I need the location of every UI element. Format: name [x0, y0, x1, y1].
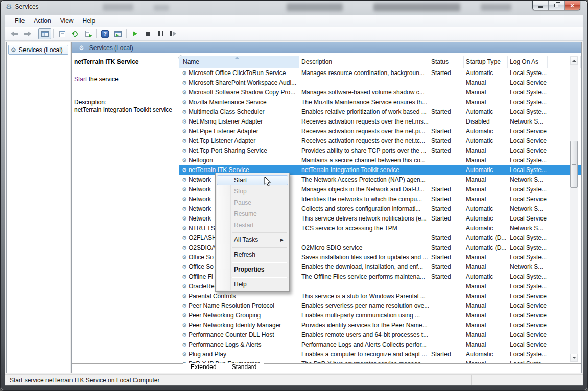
start-service-button[interactable]: [129, 28, 142, 39]
service-log-on-as-cell: Local Syste...: [508, 156, 548, 165]
service-gear-icon: [182, 127, 187, 136]
start-service-link[interactable]: Start: [74, 76, 87, 83]
context-menu-item[interactable]: Refresh: [217, 249, 288, 260]
service-status-cell: Started: [429, 253, 464, 262]
table-row[interactable]: PnP-X IP Bus Enumerator The PnP-X bus en…: [179, 359, 581, 363]
refresh-button[interactable]: [68, 28, 81, 39]
service-description-cell: TCS service for accessing the TPM: [299, 224, 429, 233]
restore-button[interactable]: [549, 1, 565, 10]
help-button[interactable]: [99, 28, 111, 39]
service-gear-icon: [182, 175, 187, 185]
table-row[interactable]: Microsoft Software Shadow Copy Pro... Ma…: [179, 88, 581, 97]
menu-bar-item[interactable]: Action: [29, 16, 55, 26]
menu-bar-item[interactable]: Help: [78, 16, 100, 26]
menu-bar-item[interactable]: View: [56, 16, 78, 26]
context-menu-item: Stop: [217, 186, 288, 197]
console-tree-panel: Services (Local): [6, 42, 70, 373]
table-row[interactable]: Performance Logs & Alerts Performance Lo…: [179, 340, 581, 350]
service-status-cell: Started: [429, 146, 464, 156]
table-row[interactable]: Net.Tcp Listener Adapter Receives activa…: [179, 136, 581, 146]
export-list-icon: [85, 31, 90, 37]
column-header-log-on-as[interactable]: Log On As: [508, 56, 548, 68]
service-gear-icon: [182, 136, 187, 146]
service-gear-icon: [182, 272, 187, 282]
vertical-scrollbar[interactable]: [570, 56, 578, 362]
service-log-on-as-cell: Local Syste...: [508, 243, 548, 253]
scroll-down-button[interactable]: [570, 354, 578, 362]
table-row[interactable]: Parental Controls This service is a stub…: [179, 291, 581, 301]
minimize-button[interactable]: [533, 1, 549, 10]
scroll-up-button[interactable]: [570, 57, 578, 65]
column-header-name[interactable]: Name: [179, 56, 299, 68]
pane-gear-icon: [79, 44, 84, 52]
table-row[interactable]: Microsoft Office ClickToRun Service Mana…: [179, 68, 581, 78]
export-list-button[interactable]: [81, 28, 94, 39]
service-description-cell: Manages software-based volume shadow c..…: [299, 88, 429, 97]
service-log-on-as-cell: Local Service: [508, 127, 548, 136]
table-row[interactable]: Microsoft SharePoint Workspace Audi... M…: [179, 78, 581, 88]
table-row[interactable]: Peer Networking Grouping Enables multi-p…: [179, 311, 581, 321]
service-gear-icon: [182, 224, 187, 233]
service-action: Start the service: [74, 76, 119, 83]
scrollbar-thumb[interactable]: [570, 141, 578, 188]
service-status-cell: Started: [429, 233, 464, 243]
service-log-on-as-cell: Local Syste...: [508, 253, 548, 262]
context-menu-item[interactable]: Help: [217, 279, 288, 290]
sort-ascending-icon: [235, 57, 239, 59]
forward-button[interactable]: [21, 28, 34, 39]
stop-service-icon: [146, 32, 150, 36]
column-header-status[interactable]: Status: [429, 56, 464, 68]
service-startup-type-cell: Manual: [464, 156, 508, 165]
service-description-cell: Manages resource coordination, backgroun…: [299, 68, 429, 78]
service-startup-type-cell: Manual: [464, 185, 508, 194]
context-menu-item[interactable]: All Tasks: [217, 234, 288, 246]
table-row[interactable]: Netlogon Maintains a secure channel betw…: [179, 156, 581, 165]
pause-service-button[interactable]: [154, 28, 167, 39]
service-startup-type-cell: Automatic: [464, 214, 508, 224]
service-description-cell: Enables multi-party communication using …: [299, 311, 429, 321]
service-description-cell: Saves installation files used for update…: [299, 253, 429, 262]
table-row[interactable]: Peer Networking Identity Manager Provide…: [179, 321, 581, 330]
column-header-startup-type[interactable]: Startup Type: [464, 56, 508, 68]
service-name-cell: Microsoft Office ClickToRun Service: [179, 68, 299, 78]
view-tab[interactable]: Standard: [224, 363, 265, 372]
back-button[interactable]: [8, 28, 21, 39]
service-status-cell: [429, 359, 464, 363]
table-row[interactable]: Net.Tcp Port Sharing Service Provides ab…: [179, 146, 581, 156]
context-menu-item[interactable]: Start: [217, 175, 288, 186]
column-header-description[interactable]: Description: [299, 56, 429, 68]
table-row[interactable]: Performance Counter DLL Host Enables rem…: [179, 330, 581, 340]
view-tab[interactable]: Extended: [183, 363, 224, 372]
service-log-on-as-cell: Local Syste...: [508, 68, 548, 78]
service-startup-type-cell: Automatic: [464, 127, 508, 136]
service-startup-type-cell: Manual: [464, 321, 508, 330]
service-startup-type-cell: Disabled: [464, 117, 508, 127]
close-button[interactable]: ×: [565, 1, 580, 10]
titlebar[interactable]: ⚙ Services ×: [1, 1, 587, 15]
menu-bar-item[interactable]: File: [10, 16, 29, 26]
service-name-cell: Peer Networking Identity Manager: [179, 321, 299, 330]
table-row[interactable]: Multimedia Class Scheduler Enables relat…: [179, 107, 581, 117]
table-row[interactable]: Peer Name Resolution Protocol Enables se…: [179, 301, 581, 311]
table-row[interactable]: Net.Pipe Listener Adapter Receives activ…: [179, 127, 581, 136]
restart-service-icon: [170, 31, 177, 36]
extended-view-button[interactable]: [111, 28, 124, 39]
service-status-cell: [429, 117, 464, 127]
context-menu-item[interactable]: Properties: [217, 264, 288, 275]
table-row[interactable]: Plug and Play Enables a computer to reco…: [179, 350, 581, 359]
tree-item-services-local[interactable]: Services (Local): [8, 45, 68, 55]
show-console-tree-button[interactable]: [38, 28, 51, 39]
service-gear-icon: [182, 214, 187, 224]
context-menu-item: [216, 275, 289, 279]
service-status-cell: [429, 97, 464, 107]
stop-service-button[interactable]: [142, 28, 154, 39]
restart-service-button[interactable]: [167, 28, 180, 39]
service-startup-type-cell: Manual: [464, 282, 508, 291]
service-startup-type-cell: Automatic (D...: [464, 233, 508, 243]
table-row[interactable]: Net.Msmq Listener Adapter Receives activ…: [179, 117, 581, 127]
start-service-icon: [133, 31, 137, 36]
properties-button[interactable]: [56, 28, 68, 39]
toolbar-separator: [126, 29, 127, 38]
service-status-cell: [429, 340, 464, 350]
table-row[interactable]: Mozilla Maintenance Service The Mozilla …: [179, 97, 581, 107]
